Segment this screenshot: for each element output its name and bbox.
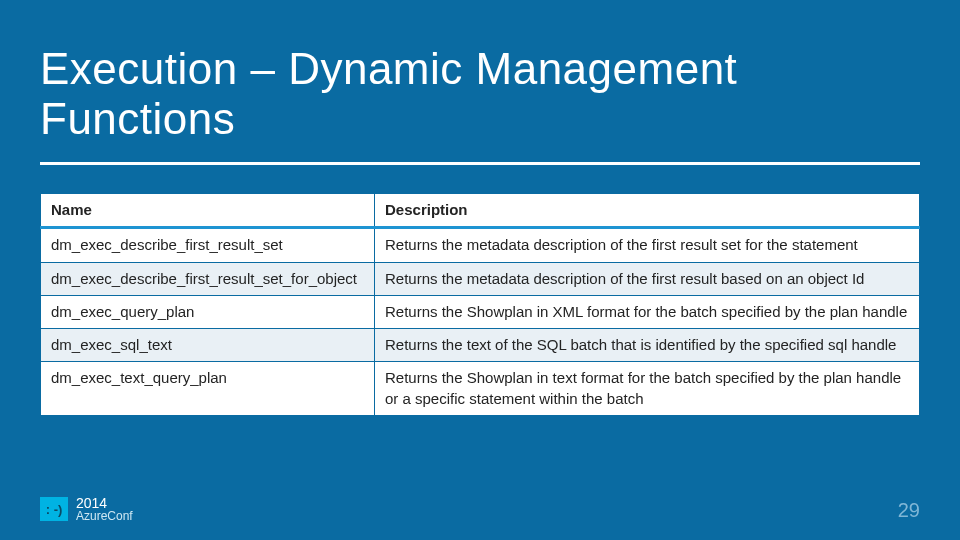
table-row: dm_exec_describe_first_result_set_for_ob… (41, 262, 920, 295)
logo-conf: AzureConf (76, 510, 133, 522)
table-row: dm_exec_describe_first_result_set Return… (41, 228, 920, 262)
footer: : -) 2014 AzureConf (40, 496, 133, 522)
table-row: dm_exec_query_plan Returns the Showplan … (41, 295, 920, 328)
table-row: dm_exec_sql_text Returns the text of the… (41, 329, 920, 362)
cell-name: dm_exec_describe_first_result_set (41, 228, 375, 262)
col-header-name: Name (41, 194, 375, 228)
cell-name: dm_exec_text_query_plan (41, 362, 375, 416)
cell-name: dm_exec_sql_text (41, 329, 375, 362)
page-number: 29 (898, 499, 920, 522)
cell-name: dm_exec_query_plan (41, 295, 375, 328)
cell-desc: Returns the text of the SQL batch that i… (375, 329, 920, 362)
slide: Execution – Dynamic Management Functions… (0, 0, 960, 540)
logo-badge-icon: : -) (40, 497, 68, 521)
logo-year: 2014 (76, 496, 133, 510)
cell-desc: Returns the metadata description of the … (375, 228, 920, 262)
cell-desc: Returns the metadata description of the … (375, 262, 920, 295)
col-header-desc: Description (375, 194, 920, 228)
logo-text: 2014 AzureConf (76, 496, 133, 522)
cell-desc: Returns the Showplan in text format for … (375, 362, 920, 416)
cell-desc: Returns the Showplan in XML format for t… (375, 295, 920, 328)
cell-name: dm_exec_describe_first_result_set_for_ob… (41, 262, 375, 295)
title-underline (40, 162, 920, 165)
table-header-row: Name Description (41, 194, 920, 228)
dmf-table: Name Description dm_exec_describe_first_… (40, 193, 920, 416)
slide-title: Execution – Dynamic Management Functions (40, 0, 920, 144)
table-row: dm_exec_text_query_plan Returns the Show… (41, 362, 920, 416)
